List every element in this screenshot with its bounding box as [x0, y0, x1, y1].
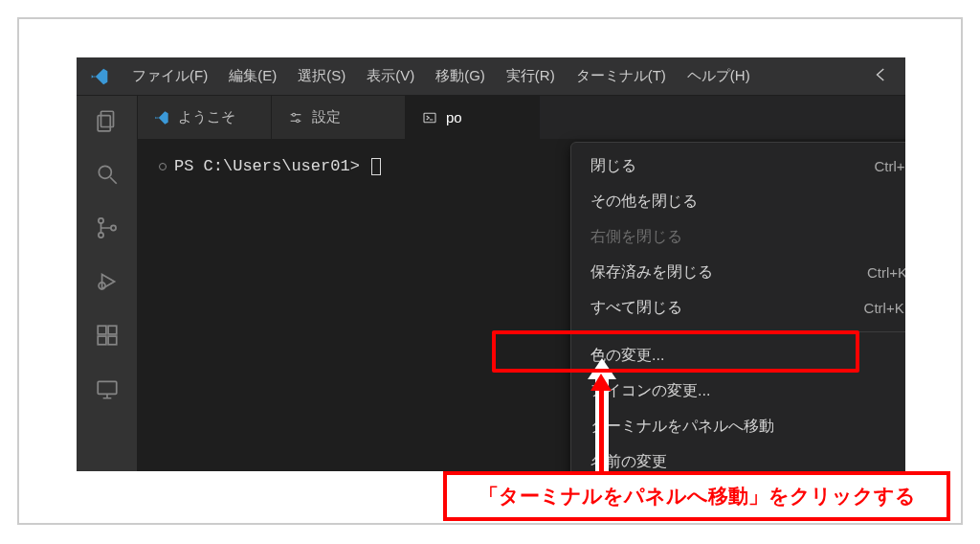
- svg-marker-7: [101, 274, 114, 288]
- extensions-icon[interactable]: [94, 322, 121, 349]
- ctx-close-all-shortcut: Ctrl+K W: [864, 300, 905, 316]
- vscode-tab-icon: [153, 109, 170, 126]
- terminal-cursor: [371, 158, 381, 175]
- ctx-close-right: 右側を閉じる: [571, 219, 905, 255]
- menu-run[interactable]: 実行(R): [497, 62, 565, 90]
- svg-point-4: [98, 218, 102, 223]
- prompt-indicator-icon: [159, 163, 167, 170]
- svg-point-16: [293, 113, 296, 116]
- vscode-logo-icon: [90, 67, 109, 86]
- powershell-tab-icon: [421, 109, 438, 126]
- terminal-prompt: PS C:\Users\user01>: [174, 157, 360, 175]
- ctx-rename[interactable]: 名前の変更: [571, 444, 905, 471]
- tab-terminal-label: po: [446, 109, 462, 125]
- annotation-callout: 「ターミナルをパネルへ移動」をクリックする: [443, 471, 950, 521]
- ctx-change-icon[interactable]: アイコンの変更...: [571, 374, 905, 409]
- svg-rect-0: [100, 111, 113, 126]
- ctx-close-label: 閉じる: [590, 156, 636, 176]
- menu-selection[interactable]: 選択(S): [288, 62, 355, 90]
- ctx-close-all[interactable]: すべて閉じる Ctrl+K W: [571, 290, 905, 326]
- svg-rect-12: [108, 336, 117, 345]
- ctx-close[interactable]: 閉じる Ctrl+F4: [571, 148, 905, 184]
- vscode-window: ファイル(F) 編集(E) 選択(S) 表示(V) 移動(G) 実行(R) ター…: [77, 57, 905, 471]
- ctx-close-saved-label: 保存済みを閉じる: [590, 262, 713, 283]
- svg-rect-9: [98, 326, 106, 334]
- tab-row: ようこそ 設定 po: [138, 96, 905, 140]
- ctx-close-others[interactable]: その他を閉じる: [571, 184, 905, 219]
- menu-terminal[interactable]: ターミナル(T): [567, 62, 676, 90]
- tab-welcome[interactable]: ようこそ: [138, 96, 272, 139]
- ctx-close-saved-shortcut: Ctrl+K U: [867, 264, 905, 281]
- ctx-move-terminal-to-panel[interactable]: ターミナルをパネルへ移動: [571, 409, 905, 444]
- back-icon[interactable]: [873, 66, 890, 86]
- menu-go[interactable]: 移動(G): [426, 62, 495, 90]
- ctx-close-all-label: すべて閉じる: [590, 298, 682, 318]
- tab-terminal[interactable]: po: [406, 96, 540, 139]
- tab-settings-label: 設定: [312, 108, 341, 126]
- debug-icon[interactable]: [94, 268, 121, 295]
- activity-bar: [77, 96, 138, 471]
- remote-icon[interactable]: [94, 375, 121, 402]
- menu-help[interactable]: ヘルプ(H): [678, 62, 760, 90]
- svg-rect-10: [108, 326, 117, 334]
- tab-settings[interactable]: 設定: [272, 96, 406, 139]
- ctx-move-terminal-label: ターミナルをパネルへ移動: [590, 417, 774, 437]
- svg-point-2: [99, 166, 111, 178]
- explorer-icon[interactable]: [94, 107, 121, 134]
- svg-point-5: [98, 233, 102, 238]
- annotation-arrow-head-icon: [590, 374, 612, 391]
- menu-view[interactable]: 表示(V): [357, 62, 424, 90]
- ctx-close-others-label: その他を閉じる: [590, 192, 698, 212]
- annotation-arrow-shaft: [599, 389, 604, 471]
- svg-rect-1: [98, 116, 110, 131]
- svg-rect-13: [98, 381, 117, 394]
- ctx-change-color[interactable]: 色の変更...: [571, 338, 905, 374]
- search-icon[interactable]: [94, 161, 121, 188]
- ctx-close-saved[interactable]: 保存済みを閉じる Ctrl+K U: [571, 255, 905, 290]
- context-menu-separator: [583, 331, 905, 332]
- menu-edit[interactable]: 編集(E): [219, 62, 286, 90]
- svg-line-3: [110, 177, 117, 184]
- tab-welcome-label: ようこそ: [178, 108, 235, 126]
- ctx-close-right-label: 右側を閉じる: [590, 227, 682, 247]
- titlebar: ファイル(F) 編集(E) 選択(S) 表示(V) 移動(G) 実行(R) ター…: [77, 57, 905, 96]
- svg-point-17: [297, 119, 300, 122]
- svg-rect-11: [98, 336, 106, 345]
- ctx-close-shortcut: Ctrl+F4: [874, 158, 905, 174]
- source-control-icon[interactable]: [94, 215, 121, 241]
- settings-tab-icon: [287, 109, 304, 126]
- annotation-callout-text: 「ターミナルをパネルへ移動」をクリックする: [479, 483, 916, 510]
- menu-file[interactable]: ファイル(F): [122, 62, 217, 90]
- tab-context-menu: 閉じる Ctrl+F4 その他を閉じる 右側を閉じる 保存済みを閉じる Ctrl…: [570, 142, 905, 471]
- svg-point-6: [110, 225, 115, 230]
